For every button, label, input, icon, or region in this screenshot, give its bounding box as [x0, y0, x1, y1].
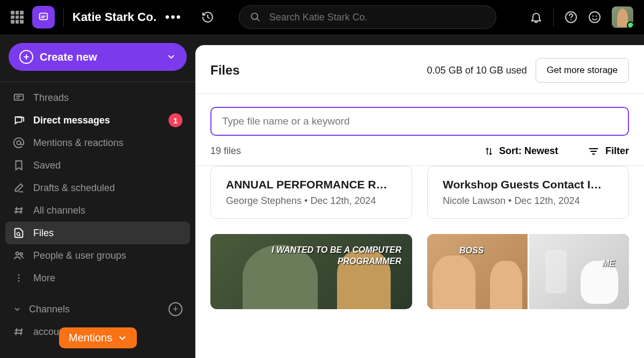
- svg-point-7: [17, 141, 20, 144]
- apps-grid-icon[interactable]: [11, 11, 24, 24]
- sidebar: + Create new Threads Direct messages 1 M…: [0, 34, 195, 358]
- bell-icon[interactable]: [530, 11, 543, 24]
- file-card[interactable]: Workshop Guests Contact I… Nicole Lawson…: [427, 166, 629, 219]
- create-new-button[interactable]: + Create new: [9, 43, 187, 71]
- nav-label: Direct messages: [33, 115, 110, 126]
- sidebar-item-drafts[interactable]: Drafts & scheduled: [0, 177, 195, 199]
- file-card[interactable]: ANNUAL PERFORMANCE R… George Stephens • …: [210, 166, 412, 219]
- help-icon[interactable]: [565, 11, 577, 24]
- channels-icon: [13, 204, 25, 216]
- user-avatar[interactable]: [612, 6, 633, 28]
- content-header: Files 0.05 GB of 10 GB used Get more sto…: [195, 45, 644, 94]
- sort-label: Sort: Newest: [499, 145, 558, 157]
- mentions-tag-label: Mentions: [69, 332, 112, 344]
- channels-label: Channels: [29, 304, 70, 315]
- add-channel-button[interactable]: +: [169, 302, 182, 316]
- sort-icon: [484, 147, 494, 156]
- image-caption: I WANTED TO BE A COMPUTER PROGRAMMER: [272, 245, 401, 267]
- chevron-down-icon: [13, 305, 21, 313]
- more-dots-icon[interactable]: •••: [165, 10, 182, 25]
- file-search-input[interactable]: [222, 115, 617, 127]
- people-icon: [13, 250, 25, 261]
- page-title: Files: [210, 63, 240, 78]
- filter-icon: [588, 146, 599, 157]
- svg-point-11: [18, 274, 20, 276]
- file-meta: Nicole Lawson • Dec 12th, 2024: [443, 195, 613, 207]
- files-icon: [13, 227, 25, 239]
- workspace-name[interactable]: Katie Stark Co.: [72, 10, 157, 24]
- filter-label: Filter: [605, 145, 629, 157]
- header-divider: [63, 8, 64, 27]
- mentions-tag[interactable]: Mentions: [59, 327, 137, 348]
- file-search[interactable]: [210, 107, 629, 136]
- sidebar-item-saved[interactable]: Saved: [0, 154, 195, 177]
- hash-icon: [13, 326, 25, 338]
- content-panel: Files 0.05 GB of 10 GB used Get more sto…: [195, 45, 644, 358]
- filter-control[interactable]: Filter: [588, 145, 629, 157]
- app-logo[interactable]: [32, 6, 55, 28]
- history-icon[interactable]: [201, 11, 214, 24]
- sidebar-item-more[interactable]: More: [0, 267, 195, 289]
- dm-icon: [13, 114, 25, 126]
- svg-point-12: [18, 277, 20, 279]
- global-search[interactable]: [239, 5, 496, 29]
- files-grid: ANNUAL PERFORMANCE R… George Stephens • …: [195, 166, 644, 320]
- header-divider: [553, 8, 554, 27]
- nav-label: Drafts & scheduled: [33, 182, 115, 194]
- file-count: 19 files: [210, 145, 241, 157]
- svg-point-3: [589, 12, 600, 23]
- image-label: ME: [602, 259, 615, 268]
- svg-point-13: [18, 280, 20, 282]
- file-meta: George Stephens • Dec 12th, 2024: [226, 195, 397, 207]
- sidebar-item-direct-messages[interactable]: Direct messages 1: [0, 109, 195, 131]
- nav-label: People & user groups: [33, 250, 126, 261]
- search-icon: [250, 12, 261, 23]
- image-label: BOSS: [459, 246, 484, 255]
- header-actions: [530, 6, 633, 28]
- emoji-icon[interactable]: [588, 11, 601, 24]
- status-indicator: [627, 21, 633, 28]
- dm-badge: 1: [169, 113, 182, 127]
- nav-label: All channels: [33, 205, 85, 216]
- sidebar-item-mentions[interactable]: Mentions & reactions: [0, 131, 195, 154]
- nav-label: More: [33, 273, 55, 284]
- file-title: Workshop Guests Contact I…: [443, 178, 613, 191]
- nav-label: Files: [33, 228, 54, 239]
- more-icon: [13, 272, 25, 284]
- draft-icon: [13, 182, 25, 194]
- sidebar-divider: [0, 82, 195, 82]
- nav-label: Mentions & reactions: [33, 137, 123, 149]
- files-toolbar: 19 files Sort: Newest Filter: [195, 145, 644, 166]
- nav-label: Threads: [33, 92, 69, 104]
- storage-usage: 0.05 GB of 10 GB used: [427, 65, 527, 76]
- at-icon: [13, 137, 25, 149]
- sort-control[interactable]: Sort: Newest: [484, 145, 558, 157]
- channels-section-header[interactable]: Channels +: [0, 298, 195, 320]
- chevron-down-icon: [118, 333, 127, 343]
- get-storage-button[interactable]: Get more storage: [536, 58, 629, 83]
- chevron-down-icon: [166, 52, 176, 62]
- svg-rect-6: [14, 94, 24, 100]
- create-button-label: Create new: [40, 51, 97, 63]
- svg-point-10: [20, 253, 23, 255]
- sidebar-item-threads[interactable]: Threads: [0, 86, 195, 109]
- app-header: Katie Stark Co. •••: [0, 0, 644, 34]
- sidebar-item-files[interactable]: Files: [5, 222, 190, 244]
- plus-icon: +: [19, 50, 33, 64]
- sidebar-item-all-channels[interactable]: All channels: [0, 199, 195, 222]
- file-title: ANNUAL PERFORMANCE R…: [226, 178, 397, 191]
- svg-point-9: [16, 252, 19, 255]
- nav-label: Saved: [33, 160, 61, 171]
- image-file-card[interactable]: I WANTED TO BE A COMPUTER PROGRAMMER: [210, 234, 412, 309]
- bookmark-icon: [13, 159, 25, 171]
- svg-point-5: [596, 16, 597, 17]
- sidebar-item-people[interactable]: People & user groups: [0, 244, 195, 267]
- threads-icon: [13, 92, 25, 104]
- global-search-input[interactable]: [269, 12, 485, 23]
- svg-point-4: [592, 16, 594, 17]
- image-file-card[interactable]: BOSS ME: [427, 234, 629, 309]
